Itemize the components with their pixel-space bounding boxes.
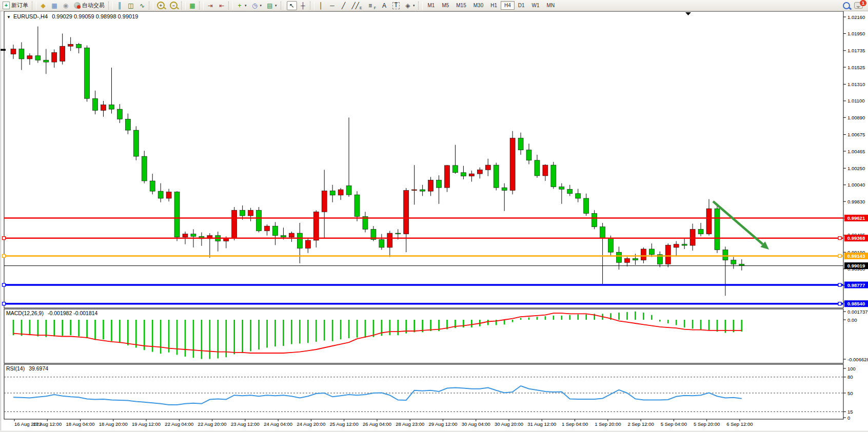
svg-text:1.01950: 1.01950 xyxy=(847,31,865,36)
dropdown-caret-icon: ▾ xyxy=(260,4,262,8)
horizontal-line-icon[interactable]: ─ xyxy=(327,1,338,10)
svg-text:23 Aug 12:00: 23 Aug 12:00 xyxy=(231,421,260,427)
text-label-icon: T xyxy=(392,2,400,9)
timeframe-button-m15[interactable]: M15 xyxy=(452,1,469,10)
tile-windows-icon[interactable]: ▦ xyxy=(187,1,198,10)
svg-text:18 Aug 04:00: 18 Aug 04:00 xyxy=(66,421,95,427)
signal-icon[interactable]: ◉ xyxy=(61,1,71,10)
vertical-line-icon[interactable]: │ xyxy=(316,1,326,10)
market-watch-icon: ▦ xyxy=(51,2,57,10)
svg-text:0.99143: 0.99143 xyxy=(847,253,865,259)
svg-text:1.00890: 1.00890 xyxy=(847,115,865,120)
chart-canvas[interactable]: 1.021601.019501.017351.015251.013101.011… xyxy=(0,0,868,433)
svg-text:80: 80 xyxy=(847,374,853,380)
fibonacci-icon[interactable]: ≡F xyxy=(365,1,378,10)
svg-text:1.00675: 1.00675 xyxy=(847,132,865,137)
svg-text:2 Sep 12:00: 2 Sep 12:00 xyxy=(628,421,654,427)
dropdown-caret-icon: ▾ xyxy=(413,4,415,8)
chat-icon[interactable]: 1 xyxy=(854,2,863,9)
timeframe-button-d1[interactable]: D1 xyxy=(515,1,528,10)
svg-text:5 Sep 04:00: 5 Sep 04:00 xyxy=(661,421,687,427)
candlestick-chart-icon[interactable]: ◫ xyxy=(126,1,136,10)
equidistant-channel-icon: ╱╱ xyxy=(352,2,359,10)
timeframe-button-mn[interactable]: MN xyxy=(543,1,559,10)
svg-text:1 Sep 04:00: 1 Sep 04:00 xyxy=(562,421,588,427)
text-icon[interactable]: A xyxy=(379,1,389,10)
indicators-button[interactable]: +▾ xyxy=(234,1,249,10)
svg-text:28 Aug 23:00: 28 Aug 23:00 xyxy=(396,421,424,427)
auto-scroll-icon[interactable]: ⇥ xyxy=(205,1,215,10)
chart-window-icon: ◆ xyxy=(40,2,46,10)
svg-text:0.00: 0.00 xyxy=(847,317,857,323)
price-axis[interactable]: 1.021601.019501.017351.015251.013101.011… xyxy=(843,14,865,305)
timeframe-button-m5[interactable]: M5 xyxy=(438,1,452,10)
cursor-icon: ↖ xyxy=(289,2,295,10)
time-axis[interactable]: 16 Aug 202217 Aug 12:0018 Aug 04:0018 Au… xyxy=(14,419,753,427)
timeframe-button-m30[interactable]: M30 xyxy=(470,1,487,10)
dropdown-caret-icon: ▾ xyxy=(245,4,247,8)
signal-icon: ◉ xyxy=(63,2,69,10)
svg-text:6 Sep 12:00: 6 Sep 12:00 xyxy=(726,421,753,427)
autotrading-icon xyxy=(74,2,81,9)
svg-text:24 Aug 20:00: 24 Aug 20:00 xyxy=(297,421,325,427)
notification-badge: 1 xyxy=(860,0,866,6)
zoom-out-icon[interactable]: − xyxy=(168,1,180,10)
tile-windows-icon: ▦ xyxy=(189,2,195,10)
equidistant-channel-icon[interactable]: ╱╱E xyxy=(350,1,364,10)
arrows-icon[interactable]: ◈▾ xyxy=(403,1,417,10)
svg-text:1.00250: 1.00250 xyxy=(847,166,865,171)
svg-text:-0.006628: -0.006628 xyxy=(847,357,868,362)
zoom-in-icon-glyph: + xyxy=(157,2,165,9)
svg-text:17 Aug 12:00: 17 Aug 12:00 xyxy=(33,421,62,427)
text-label-icon[interactable]: T xyxy=(390,1,402,10)
svg-text:1.02160: 1.02160 xyxy=(847,14,865,20)
zoom-out-icon-glyph: − xyxy=(170,2,177,9)
left-price-marker xyxy=(1,49,6,51)
timeframe-button-m1[interactable]: M1 xyxy=(424,1,438,10)
svg-text:1.01100: 1.01100 xyxy=(847,98,865,104)
svg-text:1.01525: 1.01525 xyxy=(847,65,865,70)
bar-chart-icon[interactable]: ║ xyxy=(114,1,125,10)
toolbar: +新订单◆▦◉自动交易║◫∿+−▦⇥⇤+▾◷▾▤▾↖┼│─╱╱╱E≡FAT◈▾M… xyxy=(0,0,868,11)
timeframe-button-h4[interactable]: H4 xyxy=(501,1,515,10)
text-icon: A xyxy=(381,2,387,10)
svg-text:0.99368: 0.99368 xyxy=(847,235,865,241)
market-watch-icon[interactable]: ▦ xyxy=(49,1,60,10)
period-clock-icon: ◷ xyxy=(252,2,258,10)
svg-text:29 Aug 12:00: 29 Aug 12:00 xyxy=(429,421,458,427)
period-clock-button[interactable]: ◷▾ xyxy=(250,1,264,10)
search-icon[interactable] xyxy=(843,2,850,9)
svg-text:0.001737: 0.001737 xyxy=(847,309,868,315)
svg-text:0.99019: 0.99019 xyxy=(847,263,865,269)
svg-text:26 Aug 04:00: 26 Aug 04:00 xyxy=(363,421,391,427)
trendline-icon: ╱ xyxy=(341,2,347,10)
line-chart-icon[interactable]: ∿ xyxy=(137,1,147,10)
chart-shift-icon: ⇤ xyxy=(219,2,225,10)
cursor-icon[interactable]: ↖ xyxy=(287,1,297,10)
template-button[interactable]: ▤▾ xyxy=(265,1,279,10)
svg-text:1 Sep 20:00: 1 Sep 20:00 xyxy=(595,421,621,427)
timeframe-button-h1[interactable]: H1 xyxy=(487,1,501,10)
svg-text:25 Aug 12:00: 25 Aug 12:00 xyxy=(330,421,359,427)
svg-text:22 Aug 04:00: 22 Aug 04:00 xyxy=(165,421,193,427)
fibonacci-icon: ≡ xyxy=(367,2,373,10)
svg-text:30 Aug 20:00: 30 Aug 20:00 xyxy=(495,421,523,427)
price-label-boxes: 0.996210.993680.991430.987770.985400.990… xyxy=(844,215,868,307)
trendline-icon[interactable]: ╱ xyxy=(339,1,349,10)
svg-text:31 Aug 12:00: 31 Aug 12:00 xyxy=(527,421,556,427)
svg-text:0: 0 xyxy=(847,415,850,421)
svg-text:0.98777: 0.98777 xyxy=(847,282,865,288)
chart-window-icon[interactable]: ◆ xyxy=(38,1,48,10)
vertical-line-icon: │ xyxy=(318,2,324,10)
svg-text:0.98540: 0.98540 xyxy=(847,301,865,306)
svg-text:22 Aug 20:00: 22 Aug 20:00 xyxy=(198,421,227,427)
chart-shift-icon[interactable]: ⇤ xyxy=(216,1,227,10)
bar-chart-icon: ║ xyxy=(116,2,123,10)
crosshair-icon[interactable]: ┼ xyxy=(298,1,308,10)
autotrading-button-label: 自动交易 xyxy=(82,2,105,9)
zoom-in-icon[interactable]: + xyxy=(155,1,167,10)
timeframe-button-w1[interactable]: W1 xyxy=(528,1,543,10)
new-order-button[interactable]: +新订单 xyxy=(1,1,30,10)
autotrading-button[interactable]: 自动交易 xyxy=(72,1,107,10)
new-order-button-label: 新订单 xyxy=(11,2,28,9)
